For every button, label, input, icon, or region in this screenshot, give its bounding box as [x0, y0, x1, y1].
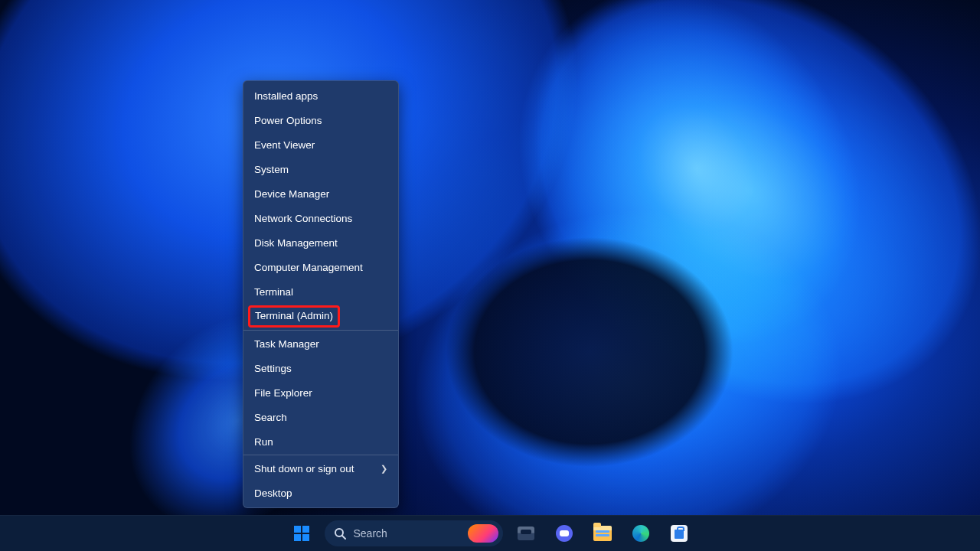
menu-item-event-viewer[interactable]: Event Viewer: [243, 132, 398, 157]
search-highlights-icon: [468, 524, 498, 543]
menu-item-label-highlighted: Terminal (Admin): [248, 305, 340, 328]
desktop-wallpaper: [0, 0, 980, 551]
task-view-icon: [518, 527, 534, 540]
file-explorer-icon: [593, 526, 612, 541]
menu-item-label: Run: [254, 436, 273, 448]
menu-item-terminal[interactable]: Terminal: [243, 279, 398, 304]
store-icon: [671, 525, 688, 542]
taskbar-search-box[interactable]: Search: [325, 520, 503, 546]
menu-item-settings[interactable]: Settings: [243, 356, 398, 380]
menu-item-disk-management[interactable]: Disk Management: [243, 230, 398, 255]
microsoft-store-button[interactable]: [664, 518, 694, 549]
menu-item-network-connections[interactable]: Network Connections: [243, 206, 398, 230]
menu-item-label: System: [254, 164, 289, 175]
menu-item-desktop[interactable]: Desktop: [243, 481, 398, 505]
menu-item-label: Power Options: [254, 115, 322, 126]
search-placeholder: Search: [354, 527, 460, 540]
menu-item-label: Terminal: [254, 286, 293, 298]
menu-item-label: Desktop: [254, 487, 292, 499]
start-button[interactable]: [286, 518, 317, 549]
edge-icon: [632, 525, 649, 542]
start-context-menu: Installed apps Power Options Event Viewe…: [243, 80, 399, 508]
taskbar: Search: [0, 515, 980, 551]
menu-item-label: Event Viewer: [254, 139, 315, 151]
chat-icon: [556, 525, 573, 542]
chat-button[interactable]: [549, 518, 580, 549]
menu-item-system[interactable]: System: [243, 157, 398, 181]
chevron-right-icon: ❯: [381, 464, 387, 474]
windows-logo-icon: [294, 526, 309, 541]
menu-item-run[interactable]: Run: [243, 429, 398, 454]
menu-item-installed-apps[interactable]: Installed apps: [243, 83, 398, 108]
menu-item-shutdown-signout[interactable]: Shut down or sign out ❯: [243, 456, 398, 481]
menu-item-label: Disk Management: [254, 237, 338, 249]
menu-item-label: Network Connections: [254, 213, 352, 224]
menu-separator: [243, 330, 398, 331]
menu-separator: [243, 455, 398, 455]
wallpaper-shape: [398, 199, 781, 505]
menu-item-computer-management[interactable]: Computer Management: [243, 255, 398, 279]
menu-item-label: Search: [254, 412, 287, 423]
menu-item-label: Installed apps: [254, 90, 318, 102]
menu-item-label: Task Manager: [254, 338, 319, 350]
menu-item-label: File Explorer: [254, 387, 312, 399]
menu-item-label: Computer Management: [254, 262, 363, 273]
menu-item-device-manager[interactable]: Device Manager: [243, 181, 398, 206]
svg-line-1: [342, 536, 345, 539]
menu-item-power-options[interactable]: Power Options: [243, 108, 398, 132]
edge-button[interactable]: [626, 518, 656, 549]
menu-item-terminal-admin[interactable]: Terminal (Admin): [248, 304, 394, 329]
menu-item-task-manager[interactable]: Task Manager: [243, 331, 398, 356]
search-icon: [334, 527, 346, 540]
task-view-button[interactable]: [511, 518, 541, 549]
menu-item-label: Device Manager: [254, 188, 329, 200]
menu-item-search[interactable]: Search: [243, 405, 398, 429]
menu-item-label: Settings: [254, 363, 292, 374]
menu-item-file-explorer[interactable]: File Explorer: [243, 380, 398, 405]
menu-item-label: Shut down or sign out: [254, 463, 354, 474]
file-explorer-button[interactable]: [587, 518, 618, 549]
